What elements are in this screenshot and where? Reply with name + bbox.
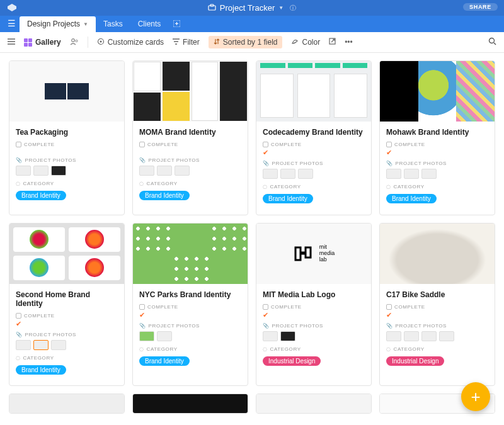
gallery-card[interactable]: C17 Bike Saddle COMPLETE ✔ 📎PROJECT PHOT… (379, 223, 495, 387)
card-cover: mit media lab (256, 224, 371, 284)
category-pill: Brand Identity (16, 365, 66, 375)
checkbox-icon (386, 142, 392, 147)
attachment-icon: 📎 (139, 157, 146, 163)
tab-label: Design Projects (27, 20, 80, 28)
field-photos: 📎PROJECT PHOTOS (386, 323, 488, 329)
gallery-card[interactable]: Second Home Brand Identity COMPLETE ✔ 📎P… (9, 223, 125, 387)
card-title: MOMA Brand Identity (139, 128, 241, 137)
photo-thumbs (263, 331, 365, 341)
field-complete: COMPLETE (16, 313, 118, 319)
gallery-card[interactable]: Mohawk Brand Identity COMPLETE ✔ 📎PROJEC… (379, 60, 495, 215)
card-cover (9, 394, 124, 413)
base-title-area[interactable]: Project Tracker ▼ ⓘ (208, 3, 296, 13)
field-complete: COMPLETE (386, 304, 488, 310)
tab-design-projects[interactable]: Design Projects ▼ (20, 16, 96, 32)
photo-thumbs (386, 169, 488, 179)
sort-icon (214, 38, 220, 47)
category-pill: Brand Identity (263, 194, 313, 203)
card-cover (9, 61, 124, 122)
gallery-card[interactable]: mit media lab MIT Media Lab Logo COMPLET… (256, 223, 372, 387)
card-title: NYC Parks Brand Identity (139, 290, 241, 299)
check-icon: ✔ (16, 320, 118, 328)
check-icon: ✔ (386, 311, 488, 319)
color-button[interactable]: Color (291, 38, 320, 47)
label: Sorted by 1 field (223, 38, 278, 47)
photo-thumbs (16, 340, 118, 350)
photo-thumbs (139, 166, 241, 176)
tab-tasks[interactable]: Tasks (96, 16, 130, 32)
check-icon: ✔ (139, 311, 241, 319)
person-field-icon[interactable] (70, 38, 79, 47)
field-category: ◌CATEGORY (386, 346, 488, 352)
card-title: Second Home Brand Identity (16, 290, 118, 308)
info-icon[interactable]: ⓘ (290, 4, 296, 13)
field-complete: COMPLETE (263, 304, 365, 310)
gallery-card[interactable]: Codecademy Brand Identity COMPLETE ✔ 📎PR… (256, 60, 372, 215)
checkbox-icon (263, 304, 268, 310)
tab-clients[interactable]: Clients (130, 16, 169, 32)
gallery-card[interactable]: Tea Packaging COMPLETE 📎PROJECT PHOTOS ◌… (9, 60, 125, 215)
caret-down-icon: ▼ (278, 5, 284, 11)
gallery-card[interactable] (132, 394, 248, 414)
photo-thumbs (16, 166, 118, 176)
base-title: Project Tracker (220, 3, 275, 13)
attachment-icon: 📎 (386, 161, 393, 166)
photo-thumbs (139, 331, 241, 341)
topbar: Project Tracker ▼ ⓘ SHARE (0, 0, 504, 16)
view-switcher[interactable]: Gallery (24, 38, 61, 47)
field-category: ◌CATEGORY (16, 355, 118, 361)
checkbox-icon (16, 313, 21, 319)
field-category: ◌CATEGORY (263, 184, 365, 190)
card-cover (133, 224, 248, 284)
tag-icon: ◌ (386, 346, 391, 352)
customize-cards-button[interactable]: Customize cards (97, 38, 164, 47)
field-category: ◌CATEGORY (139, 181, 241, 186)
sort-button[interactable]: Sorted by 1 field (209, 36, 283, 48)
field-category: ◌CATEGORY (139, 346, 241, 352)
photo-thumbs (386, 331, 488, 341)
menu-icon[interactable]: ☰ (5, 18, 20, 32)
card-cover (256, 61, 371, 122)
tag-icon: ◌ (263, 346, 268, 352)
photo-thumbs (263, 169, 365, 179)
field-photos: 📎PROJECT PHOTOS (16, 332, 118, 337)
app-logo-icon (8, 4, 16, 13)
views-menu-icon[interactable] (8, 38, 15, 47)
category-pill: Brand Identity (139, 356, 190, 366)
field-photos: 📎PROJECT PHOTOS (16, 157, 118, 163)
add-tab-button[interactable] (168, 17, 185, 32)
filter-icon (173, 38, 180, 47)
add-record-button[interactable]: + (461, 382, 490, 411)
share-button[interactable]: SHARE (463, 3, 498, 11)
category-pill: Brand Identity (16, 191, 66, 200)
tag-icon: ◌ (386, 184, 391, 190)
field-complete: COMPLETE (139, 142, 241, 147)
card-cover (256, 394, 371, 413)
grid-icon (24, 38, 32, 47)
gallery-card[interactable]: MOMA Brand Identity COMPLETE 📎PROJECT PH… (132, 60, 248, 215)
plus-icon: + (471, 387, 480, 407)
search-icon[interactable] (488, 37, 496, 47)
label: Color (302, 38, 320, 47)
filter-button[interactable]: Filter (173, 38, 200, 47)
gallery-card[interactable]: NYC Parks Brand Identity COMPLETE ✔ 📎PRO… (132, 223, 248, 387)
tag-icon: ◌ (16, 355, 21, 361)
svg-point-6 (100, 40, 101, 42)
mit-text: mit media lab (319, 244, 335, 263)
field-complete: COMPLETE (263, 142, 365, 147)
check-icon: ✔ (386, 149, 488, 157)
card-title: Tea Packaging (16, 128, 118, 137)
tag-icon: ◌ (139, 346, 144, 352)
more-icon[interactable]: ••• (345, 38, 353, 47)
card-cover (380, 224, 495, 284)
field-category: ◌CATEGORY (16, 181, 118, 186)
share-view-icon[interactable] (329, 38, 336, 47)
gallery-card[interactable] (9, 394, 125, 414)
gallery-card[interactable] (256, 394, 372, 414)
field-photos: 📎PROJECT PHOTOS (263, 323, 365, 329)
checkbox-icon (386, 304, 392, 310)
label: Filter (183, 38, 200, 47)
checkbox-icon (139, 142, 145, 147)
checkbox-icon (16, 142, 21, 147)
field-complete: COMPLETE (139, 304, 241, 310)
